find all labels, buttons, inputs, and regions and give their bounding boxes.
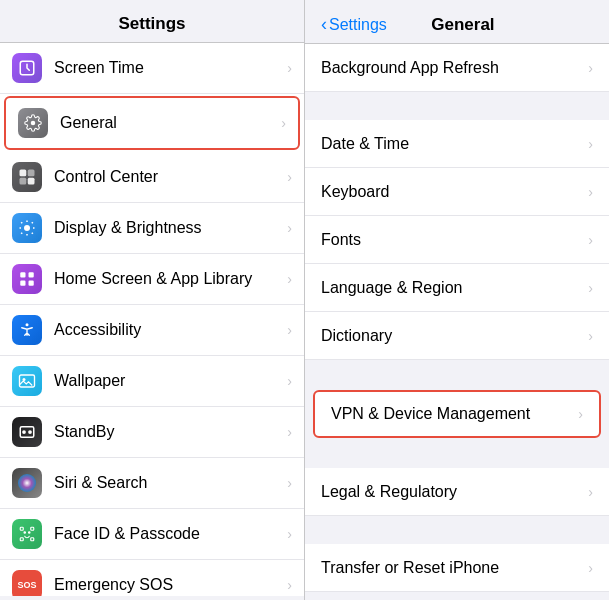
screen-time-icon — [12, 53, 42, 83]
legal-regulatory-chevron-icon: › — [588, 484, 593, 500]
control-center-icon — [12, 162, 42, 192]
general-chevron-icon: › — [281, 115, 286, 131]
date-time-label: Date & Time — [321, 135, 588, 153]
right-section-3: Legal & Regulatory› — [305, 468, 609, 516]
vpn-device-chevron-icon: › — [578, 406, 583, 422]
right-panel: ‹ Settings General Background App Refres… — [305, 0, 609, 600]
right-item-vpn-device[interactable]: VPN & Device Management› — [313, 390, 601, 438]
screen-time-chevron-icon: › — [287, 60, 292, 76]
svg-rect-3 — [28, 170, 35, 177]
section-gap-1 — [305, 360, 609, 388]
background-app-refresh-chevron-icon: › — [588, 60, 593, 76]
fonts-chevron-icon: › — [588, 232, 593, 248]
background-app-refresh-label: Background App Refresh — [321, 59, 588, 77]
back-label: Settings — [329, 16, 387, 34]
dictionary-chevron-icon: › — [588, 328, 593, 344]
svg-point-30 — [24, 532, 26, 534]
settings-item-siri-search[interactable]: Siri & Search› — [0, 458, 304, 509]
settings-item-home-screen[interactable]: Home Screen & App Library› — [0, 254, 304, 305]
settings-item-accessibility[interactable]: Accessibility› — [0, 305, 304, 356]
right-item-background-app-refresh[interactable]: Background App Refresh› — [305, 44, 609, 92]
left-title: Settings — [16, 14, 288, 34]
wallpaper-icon — [12, 366, 42, 396]
fonts-label: Fonts — [321, 231, 588, 249]
general-icon — [18, 108, 48, 138]
date-time-chevron-icon: › — [588, 136, 593, 152]
keyboard-label: Keyboard — [321, 183, 588, 201]
display-brightness-chevron-icon: › — [287, 220, 292, 236]
settings-item-control-center[interactable]: Control Center› — [0, 152, 304, 203]
home-screen-chevron-icon: › — [287, 271, 292, 287]
wallpaper-chevron-icon: › — [287, 373, 292, 389]
right-section-4: Transfer or Reset iPhone› — [305, 544, 609, 592]
right-item-date-time[interactable]: Date & Time› — [305, 120, 609, 168]
section-gap-2 — [305, 440, 609, 468]
control-center-chevron-icon: › — [287, 169, 292, 185]
settings-item-emergency-sos[interactable]: SOSEmergency SOS› — [0, 560, 304, 596]
right-title: General — [393, 15, 533, 35]
face-id-chevron-icon: › — [287, 526, 292, 542]
svg-rect-18 — [29, 281, 34, 286]
right-item-fonts[interactable]: Fonts› — [305, 216, 609, 264]
home-screen-icon — [12, 264, 42, 294]
settings-item-general[interactable]: General› — [4, 96, 300, 150]
accessibility-chevron-icon: › — [287, 322, 292, 338]
accessibility-icon — [12, 315, 42, 345]
transfer-reset-label: Transfer or Reset iPhone — [321, 559, 588, 577]
wallpaper-label: Wallpaper — [54, 372, 287, 390]
svg-line-14 — [32, 222, 33, 223]
svg-point-25 — [18, 474, 36, 492]
svg-rect-27 — [31, 527, 34, 530]
standby-label: StandBy — [54, 423, 287, 441]
right-item-dictionary[interactable]: Dictionary› — [305, 312, 609, 360]
home-screen-label: Home Screen & App Library — [54, 270, 287, 288]
standby-icon — [12, 417, 42, 447]
svg-rect-28 — [20, 538, 23, 541]
svg-point-19 — [26, 323, 29, 326]
settings-list: Screen Time›General›Control Center›Displ… — [0, 43, 304, 596]
settings-item-face-id[interactable]: Face ID & Passcode› — [0, 509, 304, 560]
svg-point-1 — [31, 121, 36, 126]
emergency-sos-chevron-icon: › — [287, 577, 292, 593]
screen-time-label: Screen Time — [54, 59, 287, 77]
standby-chevron-icon: › — [287, 424, 292, 440]
right-item-language-region[interactable]: Language & Region› — [305, 264, 609, 312]
display-brightness-icon — [12, 213, 42, 243]
face-id-label: Face ID & Passcode — [54, 525, 287, 543]
svg-line-10 — [32, 233, 33, 234]
right-item-keyboard[interactable]: Keyboard› — [305, 168, 609, 216]
svg-rect-15 — [20, 272, 25, 277]
transfer-reset-chevron-icon: › — [588, 560, 593, 576]
emergency-sos-label: Emergency SOS — [54, 576, 287, 594]
settings-item-screen-time[interactable]: Screen Time› — [0, 43, 304, 94]
svg-rect-4 — [20, 178, 27, 185]
siri-search-label: Siri & Search — [54, 474, 287, 492]
settings-item-wallpaper[interactable]: Wallpaper› — [0, 356, 304, 407]
siri-search-chevron-icon: › — [287, 475, 292, 491]
legal-regulatory-label: Legal & Regulatory — [321, 483, 588, 501]
face-id-icon — [12, 519, 42, 549]
general-label: General — [60, 114, 281, 132]
svg-rect-26 — [20, 527, 23, 530]
control-center-label: Control Center — [54, 168, 287, 186]
settings-item-display-brightness[interactable]: Display & Brightness› — [0, 203, 304, 254]
accessibility-label: Accessibility — [54, 321, 287, 339]
right-section-1: Date & Time›Keyboard›Fonts›Language & Re… — [305, 120, 609, 360]
display-brightness-label: Display & Brightness — [54, 219, 287, 237]
right-item-legal-regulatory[interactable]: Legal & Regulatory› — [305, 468, 609, 516]
back-button[interactable]: ‹ Settings — [321, 14, 387, 35]
language-region-chevron-icon: › — [588, 280, 593, 296]
right-list: Background App Refresh›Date & Time›Keybo… — [305, 44, 609, 597]
svg-line-9 — [21, 222, 22, 223]
settings-item-standby[interactable]: StandBy› — [0, 407, 304, 458]
right-section-2: VPN & Device Management› — [305, 390, 609, 438]
right-item-transfer-reset[interactable]: Transfer or Reset iPhone› — [305, 544, 609, 592]
svg-rect-16 — [29, 272, 34, 277]
left-header: Settings — [0, 0, 304, 43]
back-chevron-icon: ‹ — [321, 14, 327, 35]
siri-search-icon — [12, 468, 42, 498]
right-section-0: Background App Refresh› — [305, 44, 609, 92]
left-panel: Settings Screen Time›General›Control Cen… — [0, 0, 305, 600]
keyboard-chevron-icon: › — [588, 184, 593, 200]
section-gap-4 — [305, 592, 609, 597]
